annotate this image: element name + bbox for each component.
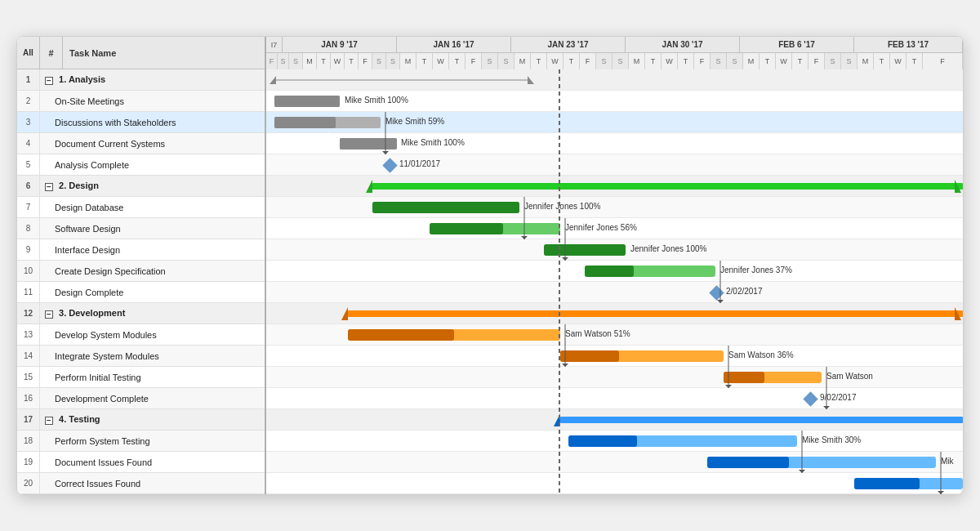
bar-discussions-label: Mike Smith 59% [385,117,444,126]
chart-row-17 [266,409,963,431]
month-jan16: JAN 16 '17 [397,37,511,52]
bar-sys-test-progress [568,435,637,447]
list-item[interactable]: 8 Software Design [17,218,265,239]
milestone-design-label: 2/02/2017 [726,287,763,296]
num-column-header: # [40,37,63,69]
row1-bar [266,69,963,91]
bar-testing-group [560,417,963,423]
day-row: F S S M T W T F S S M T W T F [266,53,963,69]
connector-doc-issues [933,452,949,494]
bar-design-db-progress [372,202,519,213]
collapse-icon[interactable] [45,310,53,319]
list-item[interactable]: 18 Perform System Testing [17,431,265,452]
chart-row-1 [266,69,963,91]
chart-row-10: Jennifer Jones 37% [266,261,963,282]
bar-spec-label: Jennifer Jones 37% [720,266,792,274]
list-item[interactable]: 11 Design Complete [17,282,265,303]
chart-row-12 [266,303,963,324]
svg-marker-16 [562,364,568,367]
list-item[interactable]: 13 Develop System Modules [17,324,265,346]
chart-header: I7 JAN 9 '17 JAN 16 '17 JAN 23 '17 JAN 3… [266,37,963,69]
bar-interface-label: Jennifer Jones 100% [630,244,706,253]
list-item[interactable]: 20 Correct Issues Found [17,473,265,494]
bar-dev-group [348,310,963,317]
chart-row-13: Sam Watson 51% [266,324,963,346]
task-column-header: Task Name [63,37,265,69]
testing-group-start [552,409,577,431]
svg-marker-23 [799,470,805,473]
month-feb13: FEB 13 '17 [854,37,963,52]
milestone-analysis-label: 11/01/2017 [399,159,440,168]
milestone-dev [803,391,817,406]
bar-sw-design-label: Jennifer Jones 56% [565,223,637,232]
collapse-icon[interactable] [45,183,53,191]
bar-sys-test-label: Mike Smith 30% [802,435,861,444]
list-item[interactable]: 16 Development Complete [17,388,265,409]
chart-row-9: Jennifer Jones 100% [266,239,963,261]
list-item[interactable]: 15 Perform Initial Testing [17,367,265,388]
list-item[interactable]: 2 On-Site Meetings [17,91,265,112]
chart-body: Mike Smith 100% Mike Smith 59% [266,69,963,494]
collapse-icon[interactable] [45,77,53,85]
chart-row-11: 2/02/2017 [266,282,963,303]
bar-correct-issues-progress [854,478,920,489]
list-item[interactable]: 17 4. Testing [17,409,265,431]
today-line [559,69,560,494]
month-feb6: FEB 6 '17 [740,37,854,52]
dev-group-end [938,303,963,324]
bar-integrate-label: Sam Watson 36% [728,350,794,359]
all-column-header[interactable]: All [17,37,40,69]
chart-row-19: Mik [266,452,963,473]
bar-dev-mod-progress [348,329,454,341]
collapse-icon[interactable] [45,417,53,425]
svg-marker-13 [341,307,348,320]
bar-on-site-label: Mike Smith 100% [345,96,408,105]
svg-marker-12 [717,300,724,303]
list-item[interactable]: 5 Analysis Complete [17,154,265,176]
svg-marker-18 [725,385,732,388]
chart-row-14: Sam Watson 36% [266,346,963,367]
month-jan30: JAN 30 '17 [626,37,740,52]
list-item[interactable]: 9 Interface Design [17,239,265,261]
svg-marker-8 [521,236,528,239]
gantt-chart-area: I7 JAN 9 '17 JAN 16 '17 JAN 23 '17 JAN 3… [266,37,963,494]
list-item[interactable]: 14 Integrate System Modules [17,346,265,367]
bar-design-group [372,183,963,190]
list-item[interactable]: 1 1. Analysis [17,69,265,91]
month-jan9: JAN 9 '17 [283,37,397,52]
chart-row-3: Mike Smith 59% [266,112,963,133]
list-item[interactable]: 3 Discussions with Stakeholders [17,112,265,133]
bar-sw-design-progress [430,223,503,234]
connector-integrate [720,346,737,388]
month-jan23: JAN 23 '17 [511,37,626,52]
list-item[interactable]: 12 3. Development [17,303,265,324]
left-panel: All # Task Name 1 1. Analysis 2 On-Site … [17,37,266,494]
chart-row-6 [266,176,963,197]
dev-group-start [340,303,364,324]
list-item[interactable]: 10 Create Design Specification [17,261,265,282]
design-group-end [938,176,963,197]
list-item[interactable]: 6 2. Design [17,176,265,197]
list-item[interactable]: 7 Design Database [17,197,265,218]
chart-row-4: Mike Smith 100% [266,133,963,154]
gantt-chart: All # Task Name 1 1. Analysis 2 On-Site … [16,36,964,495]
column-header: All # Task Name [17,37,265,69]
bar-doc-issues-progress [707,457,789,468]
svg-marker-5 [366,180,372,193]
connector-sys-test [794,431,810,473]
bar-spec-progress [585,266,634,277]
svg-marker-6 [955,180,961,193]
milestone-analysis [382,158,397,172]
bar-design-db-label: Jennifer Jones 100% [524,202,600,211]
svg-marker-14 [955,307,961,320]
bar-dev-mod-label: Sam Watson 51% [565,329,630,338]
svg-marker-10 [562,257,568,261]
chart-row-7: Jennifer Jones 100% [266,197,963,218]
chart-row-2: Mike Smith 100% [266,91,963,112]
chart-row-8: Jennifer Jones 56% [266,218,963,239]
svg-marker-25 [938,491,944,494]
task-list: 1 1. Analysis 2 On-Site Meetings 3 Discu… [17,69,265,494]
connector-spec [712,261,728,303]
list-item[interactable]: 4 Document Current Systems [17,133,265,154]
list-item[interactable]: 19 Document Issues Found [17,452,265,473]
